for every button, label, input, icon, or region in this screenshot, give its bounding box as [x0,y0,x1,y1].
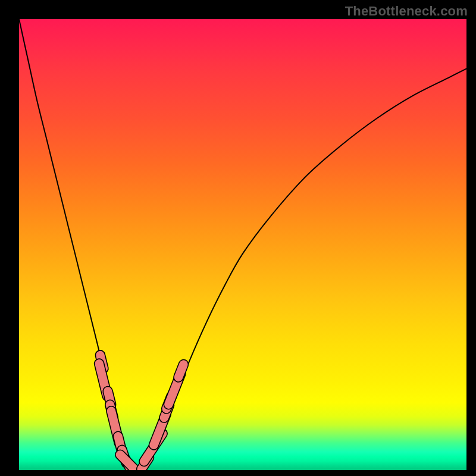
plot-area [19,19,466,470]
watermark-text: TheBottleneck.com [345,4,468,19]
frame-border: TheBottleneck.com [0,0,476,476]
bottleneck-curve [19,19,466,470]
